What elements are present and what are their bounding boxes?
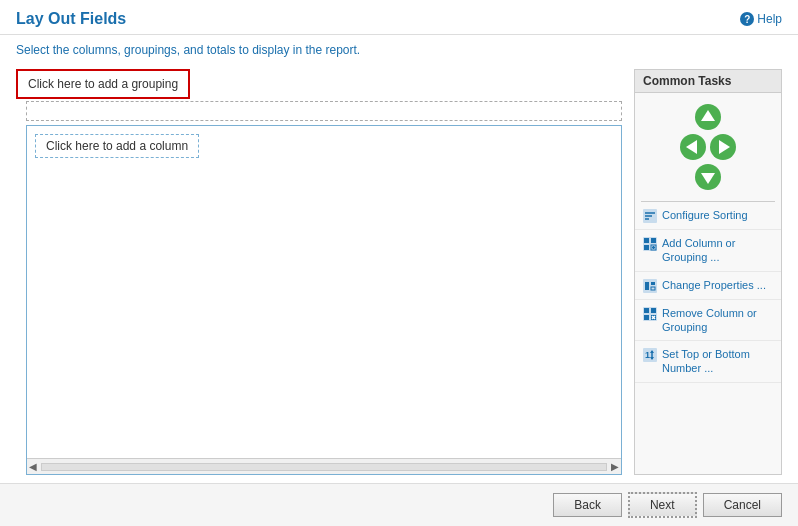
- next-button[interactable]: Next: [628, 492, 697, 518]
- grouping-placeholder: [26, 101, 622, 121]
- columns-area: Click here to add a column ◀ ▶: [26, 125, 622, 475]
- subtitle: Select the columns, groupings, and total…: [0, 35, 798, 65]
- svg-rect-21: [651, 282, 655, 285]
- task-change-properties[interactable]: Change Properties ...: [635, 272, 781, 300]
- scroll-track[interactable]: [41, 463, 607, 471]
- add-icon: [643, 237, 657, 251]
- configure-sorting-label: Configure Sorting: [662, 208, 748, 222]
- subtitle-text-before: Select the columns, groupings, and total…: [16, 43, 252, 57]
- subtitle-text-after: in the report.: [290, 43, 361, 57]
- change-properties-label: Change Properties ...: [662, 278, 766, 292]
- add-column-label: Click here to add a column: [46, 139, 188, 153]
- remove-column-grouping-label: Remove Column orGrouping: [662, 306, 757, 335]
- svg-rect-25: [651, 308, 656, 313]
- help-icon: ?: [740, 12, 754, 26]
- right-panel: Common Tasks: [634, 65, 782, 483]
- header: Lay Out Fields ? Help: [0, 0, 798, 35]
- svg-rect-20: [645, 282, 649, 290]
- help-link[interactable]: ? Help: [740, 12, 782, 26]
- sort-icon: [643, 209, 657, 223]
- svg-rect-24: [644, 308, 649, 313]
- arrow-up[interactable]: [694, 103, 722, 131]
- footer: Back Next Cancel: [0, 483, 798, 526]
- page-title: Lay Out Fields: [16, 10, 126, 28]
- scroll-left-arrow[interactable]: ◀: [29, 461, 37, 472]
- add-grouping-button[interactable]: Click here to add a grouping: [16, 69, 190, 99]
- cancel-button[interactable]: Cancel: [703, 493, 782, 517]
- workspace: Click here to add a grouping Click here …: [16, 65, 622, 483]
- task-add-column-grouping[interactable]: Add Column orGrouping ...: [635, 230, 781, 272]
- back-button[interactable]: Back: [553, 493, 622, 517]
- arrow-right[interactable]: [709, 133, 737, 161]
- svg-text:1: 1: [645, 350, 650, 360]
- remove-icon: [643, 307, 657, 321]
- svg-rect-14: [651, 238, 656, 243]
- add-column-button[interactable]: Click here to add a column: [35, 134, 199, 158]
- grouping-label: Click here to add a grouping: [28, 77, 178, 91]
- horizontal-scrollbar[interactable]: ◀ ▶: [27, 458, 621, 474]
- task-set-top-bottom[interactable]: 1 Set Top or BottomNumber ...: [635, 341, 781, 383]
- set-top-bottom-label: Set Top or BottomNumber ...: [662, 347, 750, 376]
- main-content: Click here to add a grouping Click here …: [0, 65, 798, 483]
- arrow-down[interactable]: [694, 163, 722, 191]
- add-column-grouping-label: Add Column orGrouping ...: [662, 236, 735, 265]
- arrow-nav: [635, 93, 781, 201]
- arrow-row-bottom: [694, 163, 722, 191]
- task-remove-column-grouping[interactable]: Remove Column orGrouping: [635, 300, 781, 342]
- common-tasks-panel: Common Tasks: [634, 69, 782, 475]
- svg-rect-26: [644, 315, 649, 320]
- arrow-left[interactable]: [679, 133, 707, 161]
- page: Lay Out Fields ? Help Select the columns…: [0, 0, 798, 526]
- columns-scrollbar-area: [27, 166, 621, 458]
- scroll-right-arrow[interactable]: ▶: [611, 461, 619, 472]
- svg-rect-13: [644, 238, 649, 243]
- common-tasks-title: Common Tasks: [635, 70, 781, 93]
- help-label: Help: [757, 12, 782, 26]
- subtitle-highlight: display: [252, 43, 289, 57]
- task-configure-sorting[interactable]: Configure Sorting: [635, 202, 781, 230]
- grouping-area: Click here to add a grouping: [16, 69, 622, 121]
- arrow-row-top: [694, 103, 722, 131]
- columns-area-inner: Click here to add a column: [27, 126, 621, 166]
- properties-icon: [643, 279, 657, 293]
- topbottom-icon: 1: [643, 348, 657, 362]
- svg-rect-15: [644, 245, 649, 250]
- arrow-row-middle: [679, 133, 737, 161]
